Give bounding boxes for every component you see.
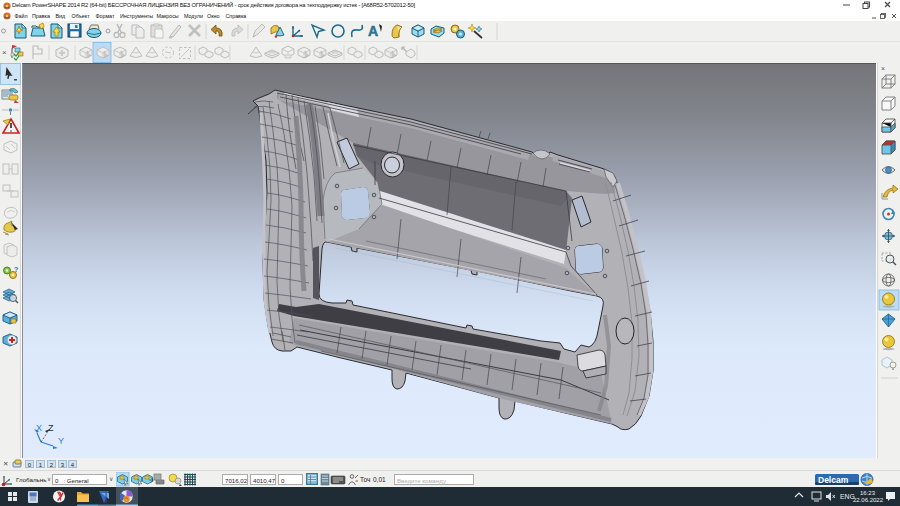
svg-text:?: ?	[14, 266, 18, 273]
svg-text:16:23: 16:23	[860, 490, 876, 496]
svg-text:X: X	[36, 423, 42, 433]
svg-text:22.06.2022: 22.06.2022	[853, 497, 884, 503]
svg-text:Z: Z	[48, 423, 54, 433]
svg-text:×: ×	[881, 65, 885, 72]
svg-text:Y: Y	[58, 436, 64, 446]
svg-text:×: ×	[2, 48, 7, 57]
svg-text:Delcam: Delcam	[818, 475, 849, 485]
svg-text:A: A	[368, 23, 378, 39]
